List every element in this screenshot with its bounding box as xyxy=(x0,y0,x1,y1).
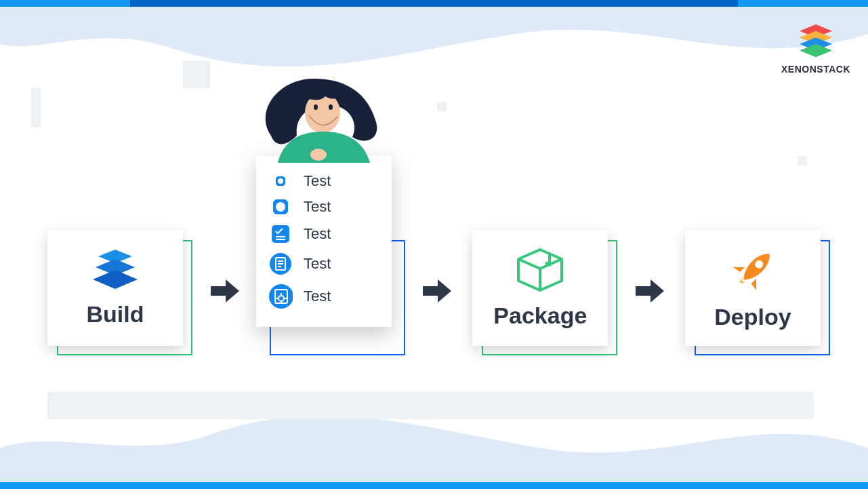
decoration-square xyxy=(31,88,41,128)
test-panel: Test Test Test Test xyxy=(256,156,392,327)
svg-marker-3 xyxy=(800,44,832,57)
svg-point-6 xyxy=(329,104,333,110)
svg-marker-27 xyxy=(93,270,138,289)
stage-label: Package xyxy=(493,302,587,329)
svg-point-9 xyxy=(274,200,287,214)
stage-package: Package xyxy=(472,231,615,351)
rocket-icon xyxy=(731,247,774,294)
stage-label: Deploy xyxy=(714,304,791,330)
arrow-icon xyxy=(636,279,664,302)
stage-card: Build xyxy=(47,231,183,346)
test-item: Test xyxy=(266,194,382,220)
stack-icon xyxy=(796,24,835,61)
test-item-label: Test xyxy=(304,255,331,273)
package-icon xyxy=(516,248,564,293)
test-item-label: Test xyxy=(304,225,331,243)
pipeline-flow: Build Test Package xyxy=(47,231,827,351)
person-illustration xyxy=(257,75,390,163)
test-item: Test xyxy=(266,279,382,313)
svg-point-8 xyxy=(276,177,285,185)
config-icon xyxy=(268,283,293,309)
bottom-bar xyxy=(0,482,868,489)
stage-card: Package xyxy=(472,231,608,346)
decoration-square xyxy=(798,156,807,165)
decoration-square xyxy=(183,61,210,88)
test-item: Test xyxy=(266,248,382,279)
dot-small-icon xyxy=(268,176,293,186)
test-item: Test xyxy=(266,220,382,248)
report-icon xyxy=(268,252,293,275)
stage-build: Build xyxy=(47,231,190,351)
brand-logo: XENONSTACK xyxy=(781,24,850,75)
wave-top xyxy=(0,7,868,88)
layers-icon xyxy=(91,250,139,292)
stage-card: Deploy xyxy=(685,231,821,346)
svg-rect-10 xyxy=(272,225,289,243)
svg-point-7 xyxy=(310,149,327,161)
test-item-label: Test xyxy=(304,172,331,190)
checklist-icon xyxy=(268,224,293,244)
test-item-label: Test xyxy=(304,198,331,216)
arrow-icon xyxy=(211,279,239,302)
top-bar-inner xyxy=(130,0,738,7)
stage-label: Build xyxy=(87,301,144,328)
test-item-label: Test xyxy=(304,288,331,305)
bottom-strip xyxy=(47,392,814,419)
dot-large-icon xyxy=(268,199,293,214)
arrow-icon xyxy=(423,279,451,302)
decoration-square xyxy=(437,102,447,111)
stage-deploy: Deploy xyxy=(685,231,827,351)
test-item: Test xyxy=(266,168,382,194)
brand-name: XENONSTACK xyxy=(781,64,850,75)
svg-point-5 xyxy=(314,104,318,110)
